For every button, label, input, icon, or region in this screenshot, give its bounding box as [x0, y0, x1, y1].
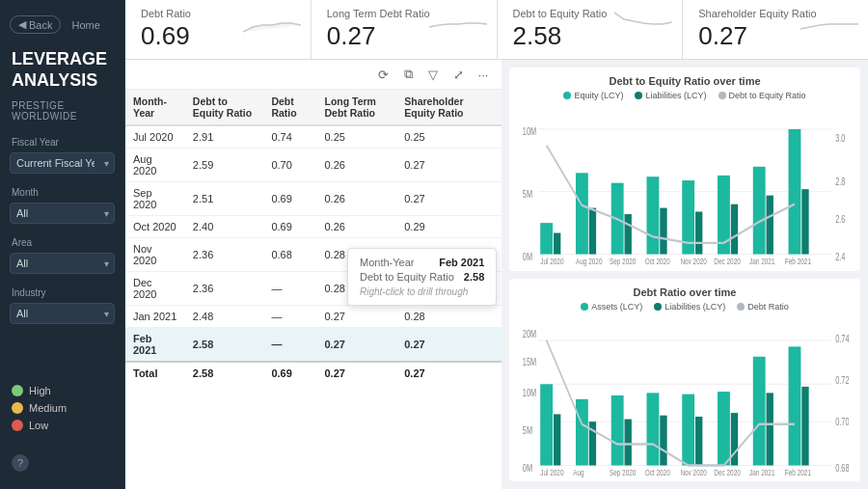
col-month-year[interactable]: Month-Year: [125, 90, 185, 125]
svg-text:2.4: 2.4: [835, 252, 845, 263]
total-debt-ratio: 0.69: [263, 362, 316, 384]
col-debt-ratio[interactable]: Debt Ratio: [263, 90, 316, 125]
chart1-bar-liab-0: [554, 233, 560, 255]
svg-text:3.0: 3.0: [835, 133, 845, 145]
help-button[interactable]: ?: [12, 454, 29, 472]
shareholder-sparkline: [800, 8, 858, 37]
tooltip-ratio-row: Debt to Equity Ratio 2.58: [360, 271, 484, 283]
cell-4-1: 2.36: [185, 238, 264, 272]
cell-0-0: Jul 2020: [125, 125, 185, 149]
table-row[interactable]: Feb 20212.58—0.270.27: [125, 328, 502, 363]
kpi-debt-equity: Debt to Equity Ratio 2.58: [498, 0, 684, 59]
cell-1-3: 0.26: [316, 149, 396, 182]
month-select-wrapper[interactable]: All: [10, 203, 115, 224]
total-longterm: 0.27: [316, 362, 396, 384]
chart1-bar-liab-1: [589, 208, 596, 255]
ratio-legend-dot: [719, 92, 726, 99]
cell-7-0: Feb 2021: [125, 328, 185, 363]
cell-2-0: Sep 2020: [125, 182, 185, 216]
svg-text:Sep 2020: Sep 2020: [610, 467, 637, 476]
chart2-title: Debt Ratio over time: [521, 286, 849, 298]
area-label: Area: [0, 231, 124, 250]
fiscal-year-select-wrapper[interactable]: Current Fiscal Year: [10, 152, 115, 174]
funnel-icon[interactable]: ▽: [422, 64, 444, 85]
medium-label: Medium: [29, 402, 67, 414]
cell-1-0: Aug 2020: [125, 149, 185, 182]
fiscal-year-select[interactable]: Current Fiscal Year: [10, 152, 115, 174]
svg-text:2.8: 2.8: [835, 177, 845, 188]
svg-text:0.70: 0.70: [835, 416, 849, 427]
ratio2-legend-dot: [737, 303, 745, 311]
back-button[interactable]: ◀ Back: [10, 15, 61, 34]
svg-text:10M: 10M: [523, 388, 536, 399]
debt-equity-sparkline: [614, 8, 672, 37]
chart1-svg: 0M 5M 10M 2.4 2.6 2.8 3.0: [521, 104, 849, 267]
area-select-wrapper[interactable]: All: [10, 253, 115, 274]
more-icon[interactable]: ···: [473, 64, 494, 85]
personalize-icon[interactable]: ⟳: [372, 64, 393, 85]
chart1-bar-equity-1: [576, 173, 588, 254]
cell-3-1: 2.40: [185, 216, 264, 238]
cell-6-1: 2.48: [185, 306, 264, 328]
table-row[interactable]: Aug 20202.590.700.260.27: [125, 149, 502, 182]
total-shareholder: 0.27: [396, 362, 502, 384]
legend-high: High: [12, 385, 113, 396]
fiscal-year-label: Fiscal Year: [0, 131, 124, 149]
charts-section: Debt to Equity Ratio over time Equity (L…: [502, 60, 868, 489]
table-row[interactable]: Jan 20212.48—0.270.28: [125, 306, 502, 328]
svg-text:5M: 5M: [523, 424, 532, 436]
chart1-title: Debt to Equity Ratio over time: [521, 75, 849, 87]
chart1-bar-liab-5: [731, 204, 738, 255]
month-select[interactable]: All: [10, 203, 115, 224]
cell-0-3: 0.25: [316, 125, 396, 149]
cell-3-3: 0.26: [316, 216, 396, 238]
area-select[interactable]: All: [10, 253, 115, 274]
svg-text:10M: 10M: [523, 126, 536, 138]
svg-text:Aug: Aug: [573, 467, 583, 476]
cell-6-0: Jan 2021: [125, 306, 185, 328]
tooltip-month-row: Month-Year Feb 2021: [360, 257, 484, 268]
industry-select-wrapper[interactable]: All: [10, 303, 115, 324]
svg-text:Sep 2020: Sep 2020: [610, 257, 637, 266]
chart2-svg: 0M 5M 10M 15M 20M 0.68 0.70 0.72 0.74: [521, 315, 849, 478]
table-section: ⟳ ⧉ ▽ ⤢ ··· Month-Year Debt to Equity Ra…: [125, 60, 502, 489]
cell-2-1: 2.51: [185, 182, 264, 216]
legend-section: High Medium Low: [0, 375, 124, 447]
cell-3-4: 0.29: [396, 216, 502, 238]
industry-select[interactable]: All: [10, 303, 115, 324]
tooltip-overlay: Month-Year Feb 2021 Debt to Equity Ratio…: [347, 248, 497, 306]
cell-7-2: —: [263, 328, 316, 363]
legend-medium: Medium: [12, 402, 113, 414]
assets-legend-label: Assets (LCY): [591, 302, 642, 312]
chart1-legend: Equity (LCY) Liabilities (LCY) Debt to E…: [521, 91, 849, 100]
col-longterm-debt[interactable]: Long Term Debt Ratio: [316, 90, 396, 125]
chart2-legend: Assets (LCY) Liabilities (LCY) Debt Rati…: [521, 302, 849, 312]
filter-icon[interactable]: ⧉: [397, 64, 419, 85]
expand-icon[interactable]: ⤢: [448, 64, 469, 85]
cell-4-2: 0.68: [263, 238, 316, 272]
col-debt-equity[interactable]: Debt to Equity Ratio: [185, 90, 264, 125]
svg-text:0.72: 0.72: [835, 375, 849, 387]
month-label: Month: [0, 181, 124, 200]
chart1-legend-ratio: Debt to Equity Ratio: [719, 91, 806, 100]
tooltip-month-label: Month-Year: [360, 257, 414, 268]
table-row[interactable]: Sep 20202.510.690.260.27: [125, 182, 502, 216]
chart2-bar-liab-6: [767, 393, 773, 465]
chart2-bar-asset-6: [753, 356, 766, 465]
table-row[interactable]: Jul 20202.910.740.250.25: [125, 125, 502, 149]
table-toolbar: ⟳ ⧉ ▽ ⤢ ···: [125, 60, 502, 90]
medium-dot: [12, 402, 23, 414]
svg-text:5M: 5M: [523, 189, 532, 201]
chart-debt-ratio: Debt Ratio over time Assets (LCY) Liabil…: [509, 279, 860, 482]
table-row[interactable]: Oct 20202.400.690.260.29: [125, 216, 502, 238]
chart1-bar-liab-2: [625, 214, 632, 254]
chart1-bar-liab-7: [801, 189, 808, 254]
cell-3-2: 0.69: [263, 216, 316, 238]
chart2-bar-liab-4: [695, 416, 702, 465]
kpi-shareholder-equity: Shareholder Equity Ratio 0.27: [683, 0, 868, 59]
svg-text:Dec 2020: Dec 2020: [714, 257, 741, 266]
col-shareholder[interactable]: Shareholder Equity Ratio: [396, 90, 502, 125]
chart2-bar-liab-2: [625, 419, 632, 465]
svg-text:0.74: 0.74: [835, 334, 849, 345]
chart2-bar-asset-2: [611, 394, 624, 465]
